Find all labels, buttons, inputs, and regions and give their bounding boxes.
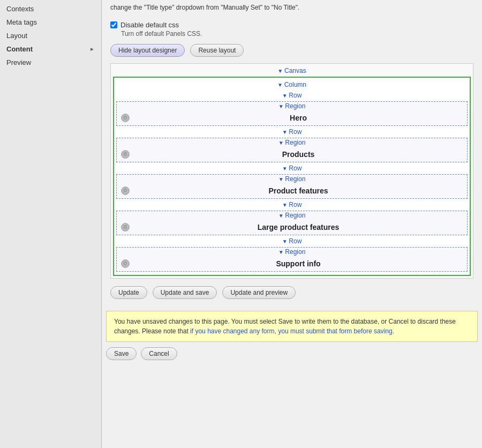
notification-text: You have unsaved changes to this page. Y… bbox=[114, 318, 456, 335]
region-label-product-features: Region bbox=[117, 175, 467, 183]
chevron-right-icon: ► bbox=[89, 46, 95, 52]
region-support-info: Region ⛭ Support info bbox=[116, 247, 468, 272]
region-hero: Region ⛭ Hero bbox=[116, 101, 468, 126]
region-name-large-product-features: Large product features bbox=[134, 223, 463, 232]
region-content-hero: ⛭ Hero bbox=[117, 110, 467, 125]
update-and-save-button[interactable]: Update and save bbox=[153, 286, 217, 299]
notification-highlight: if you have changed any form, you must s… bbox=[190, 327, 394, 335]
region-content-products: ⛭ Products bbox=[117, 147, 467, 162]
row-product-features: Row Region ⛭ Product features bbox=[116, 163, 468, 199]
hide-layout-designer-button[interactable]: Hide layout designer bbox=[110, 44, 185, 57]
bottom-button-row: Update Update and save Update and previe… bbox=[102, 279, 482, 304]
region-name-support-info: Support info bbox=[134, 259, 463, 268]
sidebar-item-meta-tags-label: Meta tags bbox=[6, 18, 37, 26]
row-large-product-features: Row Region ⛭ Large product features bbox=[116, 200, 468, 235]
region-label-large-product-features: Region bbox=[117, 211, 467, 220]
canvas-label: Canvas bbox=[113, 66, 471, 77]
region-products: Region ⛭ Products bbox=[116, 138, 468, 162]
disable-css-label[interactable]: Disable default css bbox=[120, 21, 179, 29]
region-large-product-features: Region ⛭ Large product features bbox=[116, 211, 468, 235]
sidebar-item-contexts-label: Contexts bbox=[6, 5, 34, 13]
disable-css-checkbox[interactable] bbox=[110, 21, 117, 28]
top-note: change the "Title type" dropdown from "M… bbox=[102, 0, 482, 18]
row-label-1: Row bbox=[116, 91, 468, 100]
row-label-3: Row bbox=[116, 163, 468, 173]
row-label-4: Row bbox=[116, 200, 468, 210]
sidebar: Contexts Meta tags Layout Content ► Prev… bbox=[0, 0, 102, 448]
disable-css-row: Disable default css bbox=[102, 18, 482, 30]
main-content: change the "Title type" dropdown from "M… bbox=[102, 0, 482, 448]
region-product-features: Region ⛭ Product features bbox=[116, 174, 468, 199]
save-button[interactable]: Save bbox=[106, 347, 137, 360]
sidebar-item-content[interactable]: Content ► bbox=[0, 42, 101, 56]
row-products: Row Region ⛭ Products bbox=[116, 127, 468, 162]
sidebar-item-layout-label: Layout bbox=[6, 32, 27, 40]
sidebar-item-meta-tags[interactable]: Meta tags bbox=[0, 16, 101, 29]
column-box: Column Row Region ⛭ Hero Row bbox=[113, 77, 471, 276]
row-label-5: Row bbox=[116, 236, 468, 246]
region-content-support-info: ⛭ Support info bbox=[117, 256, 467, 271]
canvas-area: Canvas Column Row Region ⛭ Hero bbox=[110, 63, 473, 279]
row-hero: Row Region ⛭ Hero bbox=[116, 91, 468, 126]
gear-icon-products[interactable]: ⛭ bbox=[121, 150, 130, 159]
row-support-info: Row Region ⛭ Support info bbox=[116, 236, 468, 272]
reuse-layout-button[interactable]: Reuse layout bbox=[190, 44, 244, 57]
region-name-product-features: Product features bbox=[134, 186, 463, 195]
disable-css-subtext: Turn off default Panels CSS. bbox=[102, 30, 482, 42]
cancel-button[interactable]: Cancel bbox=[141, 347, 177, 360]
region-label-hero: Region bbox=[117, 102, 467, 110]
region-label-products: Region bbox=[117, 138, 467, 147]
region-name-hero: Hero bbox=[134, 114, 463, 122]
region-label-support-info: Region bbox=[117, 248, 467, 256]
region-content-large-product-features: ⛭ Large product features bbox=[117, 220, 467, 235]
sidebar-item-preview[interactable]: Preview bbox=[0, 56, 101, 69]
update-button[interactable]: Update bbox=[110, 286, 147, 299]
row-label-2: Row bbox=[116, 127, 468, 137]
column-label: Column bbox=[116, 80, 468, 91]
top-button-row: Hide layout designer Reuse layout bbox=[102, 42, 482, 63]
gear-icon-support-info[interactable]: ⛭ bbox=[121, 259, 130, 268]
sidebar-item-contexts[interactable]: Contexts bbox=[0, 2, 101, 16]
region-name-products: Products bbox=[134, 150, 463, 159]
sidebar-item-preview-label: Preview bbox=[6, 58, 31, 66]
gear-icon-large-product-features[interactable]: ⛭ bbox=[121, 223, 130, 232]
gear-icon-hero[interactable]: ⛭ bbox=[121, 114, 130, 122]
sidebar-item-content-label: Content bbox=[6, 45, 33, 53]
gear-icon-product-features[interactable]: ⛭ bbox=[121, 186, 130, 195]
sidebar-item-layout[interactable]: Layout bbox=[0, 29, 101, 42]
update-and-preview-button[interactable]: Update and preview bbox=[222, 286, 296, 299]
action-buttons-bottom: Save Cancel bbox=[102, 342, 482, 365]
region-content-product-features: ⛭ Product features bbox=[117, 183, 467, 198]
notification-bar: You have unsaved changes to this page. Y… bbox=[106, 311, 478, 342]
